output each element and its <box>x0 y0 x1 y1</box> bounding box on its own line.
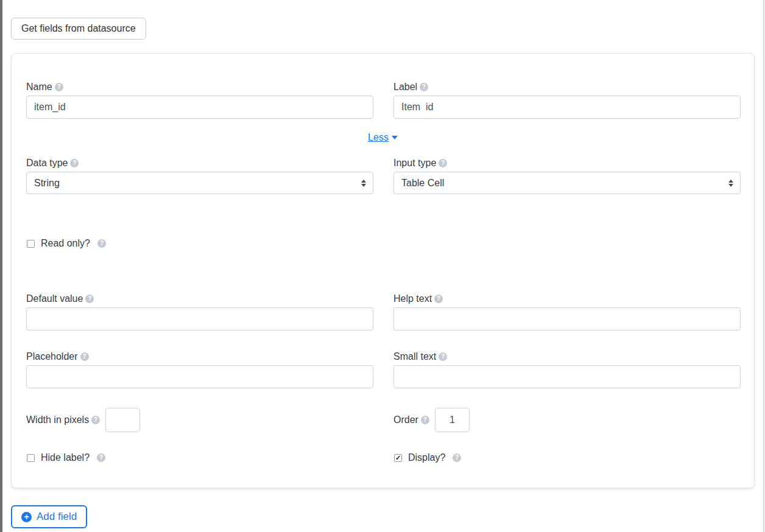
width-in-pixels-label: Width in pixels <box>26 415 89 425</box>
add-field-button[interactable]: + Add field <box>11 505 87 528</box>
select-arrows-icon <box>361 180 366 187</box>
help-icon[interactable]: ? <box>91 416 100 424</box>
input-type-select[interactable]: Table Cell <box>393 172 741 194</box>
name-label-row: Name ? Label ? <box>26 82 739 119</box>
placeholder-smalltext-row: Placeholder ? Small text ? <box>26 351 739 388</box>
label-label: Label ? <box>393 82 741 93</box>
window-edge-strip <box>0 0 2 532</box>
help-icon[interactable]: ? <box>85 295 94 303</box>
add-field-label: Add field <box>37 511 77 523</box>
data-type-selected-value: String <box>34 178 60 189</box>
default-value-input[interactable] <box>26 307 373 331</box>
display-checkbox[interactable] <box>394 454 402 462</box>
width-order-row: Width in pixels ? Order ? <box>26 408 739 432</box>
help-text-input[interactable] <box>393 307 741 331</box>
default-value-label: Default value ? <box>26 293 373 304</box>
width-in-pixels-group: Width in pixels ? <box>26 408 373 432</box>
small-text-input[interactable] <box>393 365 741 388</box>
hide-label-label: Hide label? <box>41 452 90 463</box>
read-only-checkbox[interactable] <box>27 240 35 248</box>
fields-editor: Get fields from datasource Name ? Label … <box>0 0 765 528</box>
small-text-label: Small text ? <box>393 351 741 362</box>
small-text-group: Small text ? <box>393 351 741 388</box>
help-icon[interactable]: ? <box>55 83 63 91</box>
field-settings-card: Name ? Label ? Less Data type <box>11 53 755 488</box>
label-input[interactable] <box>393 96 741 119</box>
help-icon[interactable]: ? <box>70 159 79 167</box>
width-in-pixels-input[interactable] <box>105 408 140 432</box>
read-only-label: Read only? <box>41 238 90 249</box>
data-type-group: Data type ? String <box>26 158 373 194</box>
placeholder-group: Placeholder ? <box>26 351 373 388</box>
get-fields-from-datasource-button[interactable]: Get fields from datasource <box>11 18 146 40</box>
label-field-group: Label ? <box>393 82 741 119</box>
data-type-select[interactable]: String <box>26 172 373 194</box>
help-icon[interactable]: ? <box>439 352 447 361</box>
help-icon[interactable]: ? <box>97 453 105 462</box>
placeholder-input[interactable] <box>26 365 373 388</box>
chevron-down-icon <box>392 136 398 139</box>
order-group: Order ? <box>393 408 741 432</box>
select-arrows-icon <box>728 180 733 187</box>
default-value-group: Default value ? <box>26 293 373 331</box>
name-field-group: Name ? <box>26 82 373 119</box>
hide-display-row: Hide label? ? Display? ? <box>26 452 739 463</box>
input-type-group: Input type ? Table Cell <box>393 158 741 194</box>
display-group: Display? ? <box>393 452 741 463</box>
help-icon[interactable]: ? <box>453 453 461 462</box>
plus-circle-icon: + <box>21 512 32 522</box>
help-text-label: Help text ? <box>393 293 741 304</box>
less-toggle-row: Less <box>26 132 739 143</box>
name-label: Name ? <box>26 82 373 93</box>
help-text-group: Help text ? <box>393 293 741 331</box>
placeholder-label: Placeholder ? <box>26 351 373 362</box>
help-icon[interactable]: ? <box>420 83 428 91</box>
hide-label-checkbox[interactable] <box>27 454 35 462</box>
read-only-row: Read only? ? <box>26 238 739 249</box>
data-type-label: Data type ? <box>26 158 373 169</box>
help-icon[interactable]: ? <box>439 159 447 167</box>
default-help-row: Default value ? Help text ? <box>26 293 739 331</box>
order-input[interactable] <box>435 408 470 432</box>
read-only-group: Read only? ? <box>26 238 373 249</box>
type-row: Data type ? String Input type ? Table Ce… <box>26 158 739 194</box>
help-icon[interactable]: ? <box>80 352 89 361</box>
name-input[interactable] <box>26 96 373 119</box>
input-type-selected-value: Table Cell <box>401 178 444 189</box>
display-label: Display? <box>408 452 445 463</box>
container-right-border <box>763 0 764 532</box>
less-toggle-link[interactable]: Less <box>368 132 389 142</box>
order-label: Order <box>393 415 418 425</box>
input-type-label: Input type ? <box>393 158 741 169</box>
help-icon[interactable]: ? <box>97 239 106 248</box>
hide-label-group: Hide label? ? <box>26 452 373 463</box>
help-icon[interactable]: ? <box>434 295 443 303</box>
help-icon[interactable]: ? <box>421 416 429 424</box>
